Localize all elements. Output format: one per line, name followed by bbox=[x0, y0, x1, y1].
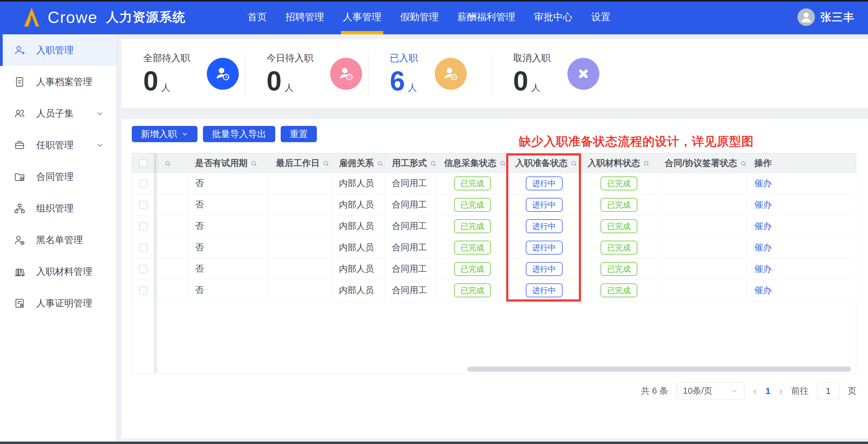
sidebar-item-hr-certificate[interactable]: 人事证明管理 bbox=[0, 287, 116, 319]
stat-value: 0人 bbox=[267, 69, 313, 94]
stat-label: 今日待入职 bbox=[267, 52, 313, 64]
row-checkbox[interactable] bbox=[139, 222, 148, 231]
nav-item-recruit[interactable]: 招聘管理 bbox=[285, 0, 325, 34]
chevron-down-icon bbox=[96, 109, 104, 118]
sidebar-item-position[interactable]: 任职管理 bbox=[0, 129, 116, 161]
main-nav: 首页 招聘管理 人事管理 假勤管理 薪酬福利管理 审批中心 设置 bbox=[247, 0, 612, 34]
batch-import-export-button[interactable]: 批量导入导出 bbox=[203, 126, 275, 142]
chevron-down-icon bbox=[181, 130, 188, 138]
sidebar-item-label: 人事证明管理 bbox=[36, 297, 92, 310]
user-avatar-icon bbox=[798, 8, 815, 26]
row-checkbox[interactable] bbox=[139, 201, 148, 209]
col-header-material-status[interactable]: 入职材料状态 bbox=[580, 153, 657, 173]
stat-value: 0人 bbox=[513, 69, 551, 94]
app-header: Crowe 人力资源系统 首页 招聘管理 人事管理 假勤管理 薪酬福利管理 审批… bbox=[0, 0, 868, 34]
col-header-prep-status[interactable]: 入职准备状态 bbox=[508, 153, 580, 173]
col-header-hidden[interactable] bbox=[154, 153, 188, 173]
certificate-icon bbox=[14, 298, 25, 309]
col-header-actions: 操作 bbox=[747, 153, 856, 173]
filter-search-icon bbox=[500, 160, 506, 167]
urge-link[interactable]: 催办 bbox=[754, 242, 772, 252]
col-header-last-work-day[interactable]: 最后工作日 bbox=[269, 153, 332, 173]
nav-item-payroll[interactable]: 薪酬福利管理 bbox=[457, 0, 516, 34]
table-header-row: 是否有试用期 最后工作日 雇佣关系 用工形式 信息采集状态 入职准备状态 入职材… bbox=[132, 153, 856, 173]
pagination: 共 6 条 10条/页 ‹ 1 › 前往 页 bbox=[641, 382, 857, 400]
crowe-triangle-icon bbox=[22, 7, 41, 27]
urge-link[interactable]: 催办 bbox=[754, 200, 772, 209]
user-add-icon bbox=[14, 44, 25, 56]
horizontal-scrollbar-thumb[interactable] bbox=[467, 367, 851, 372]
reset-button[interactable]: 重置 bbox=[281, 126, 317, 142]
page-size-select[interactable]: 10条/页 bbox=[677, 382, 745, 400]
next-page-button[interactable]: › bbox=[779, 385, 783, 397]
filter-search-icon bbox=[251, 160, 257, 167]
filter-search-icon bbox=[643, 160, 650, 167]
add-onboarding-button[interactable]: 新增入职 bbox=[132, 126, 197, 142]
status-badge: 已完成 bbox=[600, 176, 638, 191]
onboarding-stats-panel: 全部待入职 0人 今日待入职 0人 bbox=[122, 39, 868, 108]
urge-link[interactable]: 催办 bbox=[754, 285, 772, 295]
row-checkbox[interactable] bbox=[139, 286, 148, 295]
user-block-icon bbox=[14, 234, 25, 246]
goto-page-input[interactable] bbox=[817, 382, 839, 400]
sidebar-item-contract[interactable]: 合同管理 bbox=[0, 161, 116, 193]
nav-item-attendance[interactable]: 假勤管理 bbox=[399, 0, 440, 34]
col-header-employment-type[interactable]: 用工形式 bbox=[385, 153, 437, 173]
sidebar-item-organization[interactable]: 组织管理 bbox=[0, 193, 116, 224]
user-menu[interactable]: 张三丰 bbox=[798, 0, 855, 34]
stat-label: 取消入职 bbox=[513, 52, 551, 64]
select-all-checkbox[interactable] bbox=[139, 159, 148, 167]
prev-page-button[interactable]: ‹ bbox=[753, 385, 757, 397]
table-row: 否 内部人员 合同用工 已完成 进行中 已完成 催办 bbox=[132, 173, 856, 194]
contract-folder-icon bbox=[14, 171, 25, 182]
filter-search-icon bbox=[740, 160, 747, 167]
stat-label: 已入职 bbox=[390, 52, 418, 64]
urge-link[interactable]: 催办 bbox=[754, 221, 772, 231]
row-checkbox[interactable] bbox=[139, 244, 148, 252]
sidebar-item-blacklist[interactable]: 黑名单管理 bbox=[0, 224, 116, 256]
toolbar: 新增入职 批量导入导出 重置 bbox=[132, 126, 317, 142]
stat-card-today-pending: 今日待入职 0人 bbox=[245, 39, 368, 108]
sidebar-item-label: 黑名单管理 bbox=[36, 234, 83, 246]
stat-card-all-pending: 全部待入职 0人 bbox=[122, 39, 245, 108]
table-row: 否 内部人员 合同用工 已完成 进行中 已完成 催办 bbox=[132, 237, 856, 259]
nav-item-approval[interactable]: 审批中心 bbox=[533, 0, 574, 34]
sidebar-item-onboarding[interactable]: 入职管理 bbox=[0, 34, 116, 66]
col-header-employment-relation[interactable]: 雇佣关系 bbox=[332, 153, 385, 173]
status-badge: 进行中 bbox=[526, 262, 563, 276]
nav-item-hr[interactable]: 人事管理 bbox=[342, 0, 382, 34]
col-header-trial-period[interactable]: 是否有试用期 bbox=[188, 153, 269, 173]
status-badge: 进行中 bbox=[526, 176, 563, 191]
sidebar-item-personnel-files[interactable]: 人事档案管理 bbox=[0, 66, 116, 98]
col-header-info-collect-status[interactable]: 信息采集状态 bbox=[437, 153, 508, 173]
col-header-contract-sign-status[interactable]: 合同/协议签署状态 bbox=[657, 153, 747, 173]
stat-card-cancelled: 取消入职 0人 bbox=[491, 39, 615, 108]
table-row: 否 内部人员 合同用工 已完成 进行中 已完成 催办 bbox=[132, 216, 856, 237]
sidebar-item-onboarding-materials[interactable]: 入职材料管理 bbox=[0, 256, 116, 287]
app-logo: Crowe 人力资源系统 bbox=[22, 0, 186, 34]
onboarding-table: 是否有试用期 最后工作日 雇佣关系 用工形式 信息采集状态 入职准备状态 入职材… bbox=[132, 153, 856, 374]
brand-name: Crowe bbox=[48, 8, 98, 27]
status-badge: 已完成 bbox=[454, 241, 491, 254]
filter-search-icon bbox=[430, 160, 437, 167]
chevron-down-icon bbox=[731, 387, 738, 395]
urge-link[interactable]: 催办 bbox=[754, 178, 772, 188]
users-icon bbox=[14, 108, 25, 119]
row-checkbox[interactable] bbox=[139, 179, 148, 187]
status-badge: 已完成 bbox=[454, 262, 491, 276]
sidebar-item-person-subset[interactable]: 人员子集 bbox=[0, 98, 116, 129]
page-number[interactable]: 1 bbox=[766, 386, 771, 396]
cancel-icon bbox=[567, 58, 599, 90]
sidebar-item-label: 任职管理 bbox=[36, 139, 73, 151]
nav-item-settings[interactable]: 设置 bbox=[590, 0, 612, 34]
status-badge: 已完成 bbox=[454, 198, 491, 212]
urge-link[interactable]: 催办 bbox=[754, 264, 772, 274]
status-badge: 已完成 bbox=[600, 198, 638, 212]
stat-value: 0人 bbox=[143, 69, 190, 94]
stat-label: 全部待入职 bbox=[143, 52, 190, 64]
filter-search-icon bbox=[571, 160, 577, 167]
status-badge: 进行中 bbox=[526, 283, 563, 297]
nav-item-home[interactable]: 首页 bbox=[247, 0, 268, 34]
filter-search-icon bbox=[322, 160, 329, 167]
row-checkbox[interactable] bbox=[139, 265, 148, 273]
